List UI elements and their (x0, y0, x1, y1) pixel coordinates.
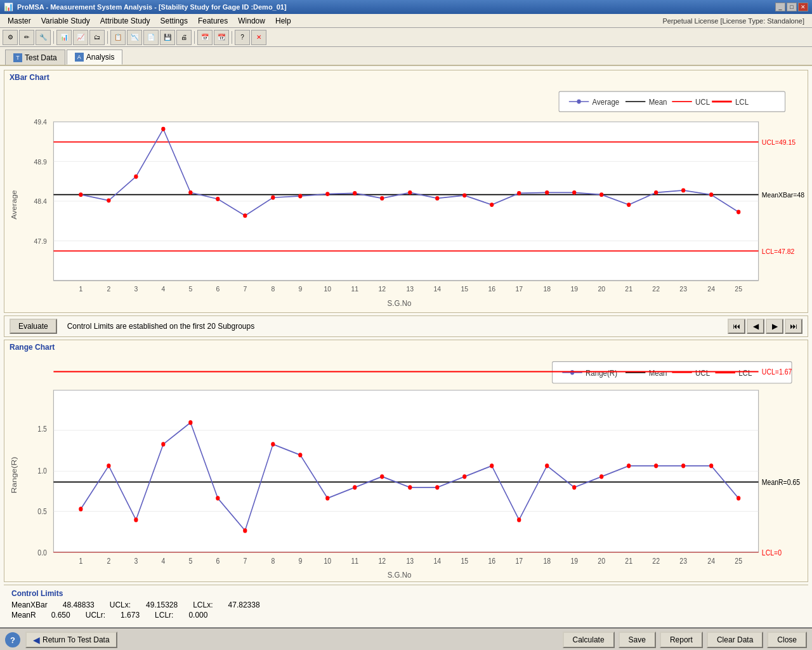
toolbar-btn-3[interactable]: 🔧 (36, 30, 51, 45)
toolbar-btn-1[interactable]: ⚙ (3, 30, 18, 45)
svg-text:14: 14 (433, 285, 441, 293)
svg-point-128 (681, 463, 685, 468)
svg-point-50 (709, 192, 713, 197)
svg-text:11: 11 (351, 557, 358, 565)
help-button[interactable]: ? (5, 632, 20, 647)
svg-point-36 (325, 192, 329, 196)
svg-text:2: 2 (107, 285, 110, 293)
svg-text:Mean: Mean (649, 368, 667, 377)
report-button[interactable]: Report (660, 632, 703, 648)
toolbar-btn-8[interactable]: 📉 (127, 30, 142, 45)
svg-point-124 (572, 485, 576, 489)
svg-point-125 (599, 474, 603, 479)
menu-bar: Master Variable Study Attribute Study Se… (0, 14, 812, 28)
svg-text:23: 23 (679, 557, 687, 565)
control-limits-row-1: MeanXBar 48.48833 UCLx: 49.15328 LCLx: 4… (11, 600, 801, 609)
svg-text:2: 2 (107, 557, 110, 565)
svg-point-37 (353, 191, 357, 196)
tab-test-data[interactable]: T Test Data (5, 50, 65, 65)
svg-text:S.G.No: S.G.No (388, 570, 412, 579)
control-limits-title: Control Limits (11, 589, 801, 598)
toolbar-btn-2[interactable]: ✏ (19, 30, 34, 45)
svg-point-30 (161, 127, 165, 131)
range-chart-area: Range(R) Mean UCL LCL 1.5 1.0 0.5 (4, 353, 808, 582)
tab-analysis[interactable]: A Analysis (67, 50, 123, 65)
svg-point-116 (353, 485, 357, 489)
menu-attribute-study[interactable]: Attribute Study (95, 15, 155, 27)
close-window-button[interactable]: ✕ (798, 3, 808, 11)
toolbar-btn-stop[interactable]: ✕ (251, 30, 266, 45)
svg-text:6: 6 (216, 557, 219, 565)
evaluate-button[interactable]: Evaluate (10, 319, 57, 334)
toolbar-btn-12[interactable]: 📅 (197, 30, 213, 45)
svg-point-31 (188, 190, 192, 195)
return-icon: ◀ (33, 635, 40, 645)
svg-text:LCL=0: LCL=0 (762, 548, 782, 557)
nav-prev-button[interactable]: ◀ (747, 319, 764, 334)
svg-text:17: 17 (515, 285, 523, 293)
control-limits-section: Control Limits MeanXBar 48.48833 UCLx: 4… (4, 585, 808, 623)
svg-point-46 (599, 192, 603, 197)
toolbar-btn-14[interactable]: ? (235, 30, 250, 45)
svg-text:Range(R): Range(R) (10, 456, 18, 493)
range-chart-title: Range Chart (4, 340, 808, 353)
close-button[interactable]: Close (767, 632, 807, 648)
toolbar-btn-4[interactable]: 📊 (56, 30, 72, 45)
toolbar: ⚙ ✏ 🔧 📊 📈 🗂 📋 📉 📄 💾 🖨 📅 📆 ? ✕ (0, 28, 812, 47)
svg-point-120 (462, 474, 466, 479)
svg-text:0.0: 0.0 (37, 548, 47, 557)
analysis-icon: A (75, 53, 84, 62)
nav-next-button[interactable]: ▶ (766, 319, 783, 334)
svg-point-44 (545, 190, 549, 195)
toolbar-btn-10[interactable]: 💾 (160, 30, 175, 45)
menu-master[interactable]: Master (3, 15, 36, 27)
toolbar-btn-13[interactable]: 📆 (214, 30, 229, 45)
svg-text:13: 13 (406, 557, 414, 565)
svg-point-39 (408, 190, 412, 195)
menu-help[interactable]: Help (270, 15, 296, 27)
save-button[interactable]: Save (619, 632, 656, 648)
svg-point-126 (627, 463, 631, 468)
svg-text:17: 17 (515, 557, 523, 565)
svg-text:8: 8 (271, 285, 275, 293)
toolbar-btn-5[interactable]: 📈 (73, 30, 88, 45)
uclx-value: 49.15328 (146, 600, 178, 609)
svg-text:Range(R): Range(R) (586, 368, 617, 377)
svg-text:1: 1 (79, 557, 82, 565)
nav-first-button[interactable]: ⏮ (728, 319, 745, 334)
svg-text:Mean: Mean (649, 97, 667, 107)
xbar-chart-area: Average Mean UCL LCL 49.4 48.9 48 (4, 83, 808, 312)
toolbar-btn-9[interactable]: 📄 (143, 30, 159, 45)
toolbar-btn-7[interactable]: 📋 (110, 30, 126, 45)
menu-variable-study[interactable]: Variable Study (36, 15, 95, 27)
svg-point-117 (380, 474, 384, 479)
return-to-test-data-button[interactable]: ◀ Return To Test Data (25, 632, 117, 648)
menu-settings[interactable]: Settings (155, 15, 193, 27)
nav-last-button[interactable]: ⏭ (785, 319, 802, 334)
evaluate-message: Control Limits are established on the fi… (67, 322, 255, 331)
svg-text:Average: Average (593, 97, 620, 107)
svg-point-34 (271, 196, 275, 200)
bottom-bar: ? ◀ Return To Test Data Calculate Save R… (0, 627, 812, 650)
svg-text:1: 1 (79, 285, 82, 293)
restore-button[interactable]: □ (787, 3, 797, 11)
svg-text:24: 24 (707, 557, 715, 565)
svg-text:48.9: 48.9 (34, 158, 47, 166)
toolbar-btn-11[interactable]: 🖨 (176, 30, 192, 45)
window-title: ProMSA - Measurement System Analysis - [… (17, 3, 287, 11)
minimize-button[interactable]: _ (775, 3, 785, 11)
svg-text:5: 5 (188, 557, 192, 565)
svg-text:5: 5 (188, 285, 192, 293)
menu-features[interactable]: Features (193, 15, 233, 27)
lclx-value: 47.82338 (228, 600, 260, 609)
svg-text:25: 25 (735, 557, 742, 565)
svg-text:11: 11 (351, 285, 358, 293)
toolbar-btn-6[interactable]: 🗂 (89, 30, 105, 45)
svg-text:20: 20 (598, 285, 605, 293)
svg-text:12: 12 (378, 557, 386, 565)
calculate-button[interactable]: Calculate (563, 632, 615, 648)
meanxbar-value: 48.48833 (63, 600, 95, 609)
menu-window[interactable]: Window (233, 15, 270, 27)
clear-data-button[interactable]: Clear Data (707, 632, 763, 648)
main-content: XBar Chart Average Mean UCL LCL (0, 66, 812, 627)
